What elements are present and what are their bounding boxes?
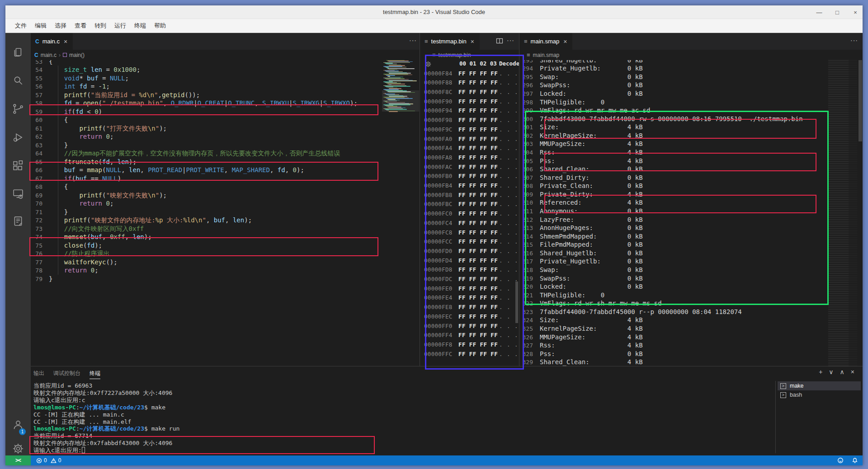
breadcrumb[interactable]: ≡ testmmap.bin xyxy=(420,50,519,60)
smap-line[interactable]: 317Private_Hugetlb: 0 kB xyxy=(519,257,643,266)
code-line[interactable]: 79} xyxy=(31,275,52,283)
tab-testmmap-bin[interactable]: ≡ testmmap.bin × xyxy=(420,33,480,50)
smap-line[interactable]: 310Referenced: 4 kB xyxy=(519,198,643,207)
smap-line[interactable]: 328Pss: 0 kB xyxy=(519,350,643,358)
extensions-icon[interactable] xyxy=(12,159,24,172)
maximize-panel-icon[interactable]: ∧ xyxy=(840,368,844,375)
code-line[interactable]: 59 if(fd < 0) xyxy=(31,108,102,116)
menu-item-编辑[interactable]: 编辑 xyxy=(31,20,51,31)
code-line[interactable]: 75 close(fd); xyxy=(31,241,102,250)
code-line[interactable]: 71 } xyxy=(31,208,68,216)
code-line[interactable]: 63 } xyxy=(31,141,68,150)
remote-indicator[interactable]: >< xyxy=(5,455,31,465)
smap-line[interactable]: 3237fabbdf44000-7fabbdf45000 r--p 000000… xyxy=(519,308,742,316)
minimap[interactable] xyxy=(828,33,857,366)
smap-line[interactable]: 297Locked: 0 kB xyxy=(519,89,643,98)
smap-line[interactable]: 325KernelPageSize: 4 kB xyxy=(519,324,643,333)
menu-item-终端[interactable]: 终端 xyxy=(130,20,150,31)
smap-line[interactable]: 326MMUPageSize: 4 kB xyxy=(519,333,643,342)
source-control-icon[interactable] xyxy=(12,103,24,115)
smap-line[interactable]: 305Pss: 4 kB xyxy=(519,157,643,165)
smap-line[interactable]: 315FilePmdMapped: 0 kB xyxy=(519,240,643,249)
code-line[interactable]: 55 void* buf = NULL; xyxy=(31,74,129,83)
code-line[interactable]: 54 size_t len = 0x1000; xyxy=(31,66,140,74)
maximize-button[interactable]: □ xyxy=(834,9,841,16)
menu-item-转到[interactable]: 转到 xyxy=(90,20,110,31)
code-line[interactable]: 73 //向文件映射区间写入0xff xyxy=(31,225,144,233)
smap-line[interactable]: 295Swap: 0 kB xyxy=(519,73,643,81)
code-line[interactable]: 65 ftruncate(fd, len); xyxy=(31,158,137,166)
search-icon[interactable] xyxy=(12,74,24,87)
gear-icon[interactable] xyxy=(425,61,432,68)
code-line[interactable]: 56 int fd = -1; xyxy=(31,82,110,91)
menu-item-选择[interactable]: 选择 xyxy=(51,20,71,31)
menu-item-文件[interactable]: 文件 xyxy=(11,20,31,31)
smap-line[interactable]: 302KernelPageSize: 4 kB xyxy=(519,131,643,140)
tab-close-icon[interactable]: × xyxy=(63,38,68,45)
editor-pane-main-c[interactable]: 53{54 size_t len = 0x1000;55 void* buf =… xyxy=(31,33,420,366)
menu-item-帮助[interactable]: 帮助 xyxy=(150,20,170,31)
feedback-icon[interactable] xyxy=(837,457,844,464)
code-line[interactable]: 57 printf("当前应用id = %d\n",getpid()); xyxy=(31,91,200,99)
smap-line[interactable]: 316Shared_Hugetlb: 0 kB xyxy=(519,249,643,258)
more-actions-icon[interactable]: ··· xyxy=(507,37,514,44)
scrollbar-thumb[interactable] xyxy=(515,281,518,323)
terminal-session-make[interactable]: >make xyxy=(778,381,861,390)
code-line[interactable]: 61 printf("打开文件失败\n"); xyxy=(31,124,167,133)
panel-tab-调试控制台[interactable]: 调试控制台 xyxy=(53,370,80,379)
explorer-icon[interactable] xyxy=(12,46,24,59)
scrollbar-thumb[interactable] xyxy=(859,51,862,141)
code-line[interactable]: 66 buf = mmap(NULL, len, PROT_READ|PROT_… xyxy=(31,166,304,174)
code-line[interactable]: 76 //防止程序退出 xyxy=(31,249,110,258)
close-button[interactable]: × xyxy=(852,9,859,16)
code-line[interactable]: 58 fd = open("./testmmap.bin", O_RDWR|O_… xyxy=(31,99,358,108)
smap-line[interactable]: 294Private_Hugetlb: 0 kB xyxy=(519,64,643,73)
smap-line[interactable]: 312LazyFree: 0 kB xyxy=(519,216,643,224)
minimize-button[interactable]: — xyxy=(816,9,823,16)
tab-main-c[interactable]: C main.c × xyxy=(31,33,73,50)
split-editor-icon[interactable] xyxy=(496,38,503,47)
settings-icon[interactable] xyxy=(12,442,24,455)
smap-line[interactable]: 324Size: 4 kB xyxy=(519,316,643,324)
references-icon[interactable] xyxy=(12,215,24,228)
new-terminal-icon[interactable]: + xyxy=(819,368,822,375)
code-line[interactable]: 64 //因为mmap不能扩展空文件，空文件没有物理内存页，所以先要改变文件大小… xyxy=(31,149,340,158)
panel-tab-终端[interactable]: 终端 xyxy=(90,370,100,379)
more-actions-icon[interactable]: ··· xyxy=(409,37,417,44)
hex-editor-pane[interactable]: 00000F84FF FF FF FF. . . .00000F88FF FF … xyxy=(420,33,519,366)
code-line[interactable]: 67 if(buf == NULL) xyxy=(31,174,121,183)
smap-line[interactable]: 321THPeligible: 0 xyxy=(519,291,604,300)
smap-line[interactable]: 307Shared_Dirty: 0 kB xyxy=(519,174,643,182)
smap-line[interactable]: 313AnonHugePages: 0 kB xyxy=(519,224,643,232)
breadcrumb[interactable]: ≡ main.smap xyxy=(519,50,863,60)
code-line[interactable]: 74 memset(buf, 0xff, len); xyxy=(31,233,152,241)
smap-line[interactable]: 311Anonymous: 0 kB xyxy=(519,207,643,216)
code-line[interactable]: 60 { xyxy=(31,116,68,124)
minimap[interactable] xyxy=(382,33,419,366)
smap-line[interactable]: 329Shared_Clean: 4 kB xyxy=(519,358,643,366)
code-line[interactable]: 78 return 0; xyxy=(31,266,99,275)
tab-main-smap[interactable]: ≡ main.smap × xyxy=(519,33,572,50)
code-line[interactable]: 77 waitforKeyc(); xyxy=(31,258,118,267)
panel-tab-输出[interactable]: 输出 xyxy=(33,370,44,379)
code-line[interactable]: 68 { xyxy=(31,183,68,191)
smap-line[interactable]: 318Swap: 0 kB xyxy=(519,266,643,274)
menu-item-运行[interactable]: 运行 xyxy=(110,20,130,31)
more-actions-icon[interactable]: ··· xyxy=(850,37,858,44)
smap-line[interactable]: 306Shared_Clean: 0 kB xyxy=(519,165,643,174)
code-line[interactable]: 72 printf("映射文件的内存地址:%p 大小:%ld\n", buf, … xyxy=(31,216,252,225)
smap-line[interactable]: 298THPeligible: 0 xyxy=(519,98,604,107)
run-and-debug-icon[interactable] xyxy=(12,131,24,144)
smap-line[interactable]: 296SwapPss: 0 kB xyxy=(519,81,643,89)
code-line[interactable]: 70 return 0; xyxy=(31,199,113,208)
smap-line[interactable]: 303MMUPageSize: 4 kB xyxy=(519,140,643,148)
smap-line[interactable]: 3007fabbdf43000-7fabbdf44000 rw-s 000000… xyxy=(519,115,803,123)
tab-close-icon[interactable]: × xyxy=(562,38,568,45)
smap-line[interactable]: 322VmFlags: rd wr sh mr mw me ms sd xyxy=(519,299,662,308)
smap-line[interactable]: 319SwapPss: 0 kB xyxy=(519,274,643,283)
smap-line[interactable]: 314ShmemPmdMapped: 0 kB xyxy=(519,232,643,241)
breadcrumb[interactable]: C main.c › main() xyxy=(31,50,420,60)
smap-line[interactable]: 299VmFlags: rd wr mr mw me ac sd xyxy=(519,106,650,115)
code-line[interactable]: 62 return 0; xyxy=(31,132,113,141)
code-line[interactable]: 69 printf("映射文件失败\n"); xyxy=(31,191,167,200)
